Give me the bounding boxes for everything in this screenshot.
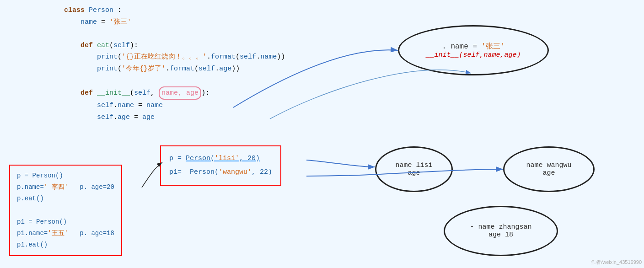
arrow-left-to-mid <box>142 162 162 188</box>
rb-left-line2: p.name=' 李四' p. age=20 <box>17 182 114 193</box>
rb-left-line7: p1.eat() <box>17 239 114 251</box>
ellipse-tr-line2: __init__(self,name,age) <box>426 51 521 59</box>
ellipse-lisi-line2: age <box>408 169 420 177</box>
code-line-8: def __init__(self, name, age): <box>64 86 285 100</box>
ellipse-zhangsan: - name zhangsan age 18 <box>444 206 558 256</box>
rb-left-line4 <box>17 205 114 216</box>
code-line-1: class Person : <box>64 5 285 16</box>
arrow-mid-to-lisi <box>306 160 375 167</box>
red-box-mid: p = Person('lisi', 20) p1= Person('wangw… <box>160 145 281 186</box>
code-line-6: print('今年{}岁了'.format(self.age)) <box>64 63 285 75</box>
ellipse-wangwu: name wangwu age <box>503 146 595 192</box>
ellipse-zs-line2: age 18 <box>488 231 513 239</box>
code-line-9: self.name = name <box>64 100 285 112</box>
code-line-4: def eat(self): <box>64 40 285 52</box>
rb-left-line6: p1.name='王五' p. age=18 <box>17 228 114 239</box>
ellipse-lisi: name lisi age <box>375 146 453 192</box>
ellipse-lisi-line1: name lisi <box>395 161 432 169</box>
rb-mid-line2: p1= Person('wangwu', 22) <box>169 166 272 179</box>
ellipse-wangwu-line2: age <box>542 169 555 177</box>
code-line-10: self.age = age <box>64 112 285 123</box>
code-line-7 <box>64 75 285 86</box>
ellipse-tr-line1: . name = '张三' <box>442 42 505 51</box>
code-block: class Person : name = '张三' def eat(self)… <box>64 5 285 123</box>
code-line-2: name = '张三' <box>64 16 285 28</box>
ellipse-wangwu-line1: name wangwu <box>526 161 571 169</box>
rb-mid-line1: p = Person('lisi', 20) <box>169 152 272 166</box>
rb-left-line3: p.eat() <box>17 193 114 204</box>
watermark: 作者/weixin_43516990 <box>591 259 642 266</box>
arrow-code-to-ellipse2 <box>270 70 471 119</box>
rb-left-line1: p = Person() <box>17 170 114 182</box>
ellipse-zs-line1: - name zhangsan <box>470 223 531 231</box>
code-line-3 <box>64 28 285 40</box>
rb-left-line5: p1 = Person() <box>17 216 114 228</box>
red-box-left: p = Person() p.name=' 李四' p. age=20 p.ea… <box>9 165 122 256</box>
ellipse-top-right: . name = '张三' __init__(self,name,age) <box>398 25 549 75</box>
code-line-5: print('{}正在吃红烧肉！。。。'.format(self.name)) <box>64 51 285 63</box>
